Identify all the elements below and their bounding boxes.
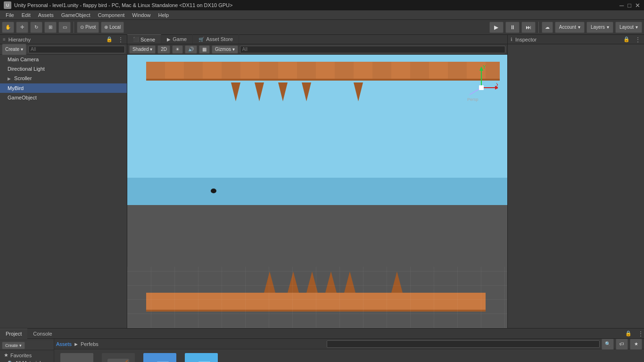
pivot-icon: ⊙ bbox=[80, 25, 84, 30]
mybird-asset-icon: ● bbox=[143, 353, 176, 362]
main-area: ≡ Hierarchy 🔒 ⋮ Create ▾ Main Camera Dir… bbox=[0, 35, 644, 328]
project-search-input[interactable] bbox=[327, 340, 600, 348]
scene-tab-label: Scene bbox=[140, 37, 155, 42]
local-label: Local bbox=[109, 25, 121, 30]
scene-search-input[interactable] bbox=[240, 46, 505, 53]
inspector-panel: ℹ Inspector 🔒 ⋮ bbox=[507, 35, 644, 328]
project-filter-button[interactable]: 🏷 bbox=[616, 339, 628, 350]
svg-text:Y: Y bbox=[483, 65, 486, 70]
mesh-svg bbox=[107, 358, 130, 362]
tab-project[interactable]: Project bbox=[0, 329, 27, 339]
favorites-star-icon: ★ bbox=[4, 352, 8, 358]
hierarchy-create-button[interactable]: Create ▾ bbox=[2, 44, 26, 55]
hierarchy-item-gameobject[interactable]: GameObject bbox=[0, 93, 127, 102]
gizmos-button[interactable]: Gizmos ▾ bbox=[212, 45, 238, 54]
project-search-icon-button[interactable]: 🔍 bbox=[602, 339, 614, 350]
svg-rect-7 bbox=[479, 85, 484, 90]
scale-tool-button[interactable]: ⊞ bbox=[44, 22, 57, 33]
create-chevron-icon: ▾ bbox=[21, 47, 23, 52]
tab-console[interactable]: Console bbox=[27, 329, 58, 339]
inspector-lock-icon[interactable]: 🔒 bbox=[623, 36, 630, 42]
menu-component[interactable]: Component bbox=[94, 11, 128, 19]
hierarchy-menu-icon[interactable]: ⋮ bbox=[117, 36, 124, 43]
center-panel: ⬛ Scene ▶ Game 🛒 Asset Store Shaded ▾ 2D… bbox=[127, 35, 507, 328]
asset-item-mybird[interactable]: ● MyBird bbox=[141, 353, 179, 362]
hierarchy-lock-icon[interactable]: 🔒 bbox=[106, 36, 113, 42]
hierarchy-item-mybird[interactable]: MyBird bbox=[0, 83, 127, 93]
layout-label: Layout bbox=[619, 25, 634, 30]
effects-toggle-button[interactable]: ▦ bbox=[199, 45, 210, 54]
asset-item-rintangan[interactable]: rintangan bbox=[182, 353, 220, 362]
breadcrumb-root[interactable]: Assets bbox=[56, 341, 72, 347]
maximize-button[interactable]: □ bbox=[627, 2, 631, 9]
inspector-menu-icon[interactable]: ⋮ bbox=[635, 36, 641, 43]
hierarchy-item-main-camera[interactable]: Main Camera bbox=[0, 55, 127, 64]
hierarchy-item-scroller[interactable]: ▶ Scroller bbox=[0, 74, 127, 83]
project-menu-icon[interactable]: ⋮ bbox=[637, 330, 644, 337]
hierarchy-item-directional-light[interactable]: Directional Light bbox=[0, 64, 127, 74]
close-button[interactable]: ✕ bbox=[635, 2, 640, 9]
prefab-svg-mybird bbox=[148, 358, 172, 362]
shading-mode-label: Shaded bbox=[132, 47, 149, 52]
transform-gizmo-svg: Y X Persp bbox=[465, 64, 498, 102]
hierarchy-search-input[interactable] bbox=[28, 46, 125, 53]
favorites-header[interactable]: ★ Favorites bbox=[0, 351, 54, 359]
step-button[interactable]: ⏭ bbox=[521, 22, 536, 33]
hand-tool-button[interactable]: ✋ bbox=[2, 22, 14, 33]
store-tab-icon: 🛒 bbox=[198, 37, 204, 42]
toolbar-separator-2 bbox=[538, 22, 539, 33]
mybird-label: MyBird bbox=[8, 85, 24, 91]
local-button[interactable]: ⊕ Local bbox=[101, 22, 124, 33]
asset-item-ground[interactable]: ground bbox=[99, 353, 137, 362]
hierarchy-panel-header: ≡ Hierarchy 🔒 ⋮ bbox=[0, 35, 127, 44]
bottom-panel: Project Console 🔒 ⋮ Create ▾ ★ Favorites… bbox=[0, 328, 644, 362]
cloud-button[interactable]: ☁ bbox=[542, 22, 553, 33]
layout-dropdown[interactable]: Layout ▾ bbox=[615, 22, 642, 33]
svg-rect-14 bbox=[149, 359, 171, 362]
minimize-button[interactable]: ─ bbox=[619, 2, 624, 9]
move-tool-button[interactable]: ✛ bbox=[16, 22, 28, 33]
layers-dropdown[interactable]: Layers ▾ bbox=[586, 22, 613, 33]
layout-chevron-icon: ▾ bbox=[636, 25, 638, 30]
sidebar-all-materials[interactable]: 🔍 All Materials bbox=[0, 359, 54, 362]
stalactite-4 bbox=[302, 82, 311, 101]
menu-window[interactable]: Window bbox=[128, 11, 154, 19]
play-button[interactable]: ▶ bbox=[489, 22, 504, 33]
scene-canvas[interactable]: Y X Persp bbox=[127, 55, 507, 328]
view-tabs: ⬛ Scene ▶ Game 🛒 Asset Store bbox=[127, 35, 507, 44]
top-platform bbox=[146, 62, 500, 81]
asset-item-materials[interactable]: Materials bbox=[58, 353, 96, 362]
project-star-button[interactable]: ★ bbox=[630, 339, 642, 350]
menu-edit[interactable]: Edit bbox=[18, 11, 34, 19]
scene-toolbar: Shaded ▾ 2D ☀ 🔊 ▦ Gizmos ▾ bbox=[127, 44, 507, 55]
tab-asset-store[interactable]: 🛒 Asset Store bbox=[193, 34, 239, 44]
menu-bar: File Edit Assets GameObject Component Wi… bbox=[0, 10, 644, 20]
layers-chevron-icon: ▾ bbox=[607, 25, 609, 30]
pivot-button[interactable]: ⊙ Pivot bbox=[77, 22, 99, 33]
menu-file[interactable]: File bbox=[2, 11, 18, 19]
svg-text:X: X bbox=[496, 82, 498, 88]
pause-button[interactable]: ⏸ bbox=[505, 22, 520, 33]
menu-gameobject[interactable]: GameObject bbox=[58, 11, 94, 19]
project-create-button[interactable]: Create ▾ bbox=[2, 342, 25, 349]
breadcrumb-current: Perfebs bbox=[81, 341, 99, 347]
project-lock-icon[interactable]: 🔒 bbox=[625, 330, 632, 337]
audio-toggle-button[interactable]: 🔊 bbox=[185, 45, 197, 54]
local-icon: ⊕ bbox=[104, 25, 108, 30]
toolbar-separator-1 bbox=[74, 22, 74, 33]
scroller-arrow-icon: ▶ bbox=[8, 76, 11, 81]
menu-help[interactable]: Help bbox=[154, 11, 173, 19]
menu-assets[interactable]: Assets bbox=[34, 11, 58, 19]
favorites-section: ★ Favorites 🔍 All Materials 🔍 All Models… bbox=[0, 350, 54, 362]
project-create-chevron-icon: ▾ bbox=[19, 343, 22, 348]
tab-scene[interactable]: ⬛ Scene bbox=[127, 34, 161, 44]
account-dropdown[interactable]: Account ▾ bbox=[555, 22, 585, 33]
project-assets-grid: Materials ground bbox=[54, 349, 644, 362]
2d-toggle-button[interactable]: 2D bbox=[157, 45, 170, 54]
ground-grid bbox=[127, 267, 507, 328]
tab-game[interactable]: ▶ Game bbox=[161, 34, 193, 44]
rotate-tool-button[interactable]: ↻ bbox=[30, 22, 42, 33]
shading-mode-dropdown[interactable]: Shaded ▾ bbox=[129, 45, 156, 54]
rect-tool-button[interactable]: ▭ bbox=[58, 22, 71, 33]
lighting-toggle-button[interactable]: ☀ bbox=[172, 45, 183, 54]
